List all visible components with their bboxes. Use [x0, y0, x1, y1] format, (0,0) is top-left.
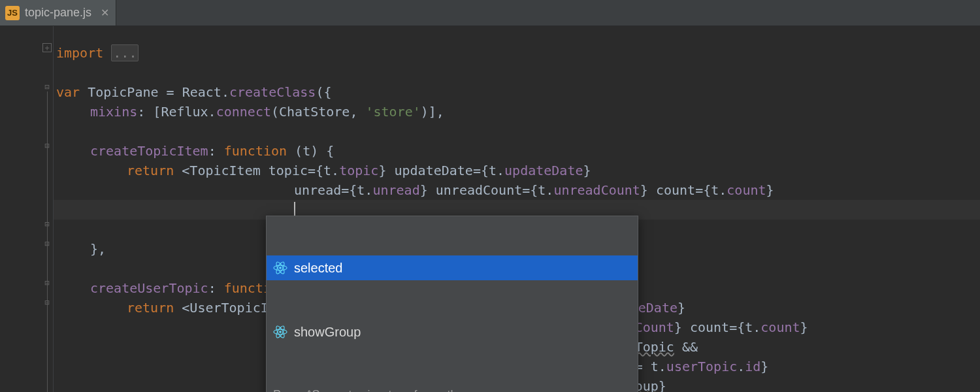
- autocomplete-hint: Press ^Space to view tags from other nam…: [267, 384, 638, 392]
- autocomplete-item-label: selected: [294, 258, 343, 278]
- file-tab-label: topic-pane.js: [25, 4, 91, 22]
- code-line[interactable]: import ...: [54, 43, 980, 63]
- fold-collapse-icon[interactable]: ⊟: [42, 141, 52, 150]
- react-icon: [273, 325, 287, 339]
- code-line[interactable]: mixins: [Reflux.connect(ChatStore, 'stor…: [54, 102, 980, 122]
- editor: + ⊟ ⊟ ⊟ ⊟ ⊟ ⊟ import ... var TopicPane =…: [0, 26, 980, 392]
- autocomplete-popup: selected showGroup Press ^Space to view …: [266, 216, 638, 392]
- folded-section-ellipsis[interactable]: ...: [111, 44, 139, 61]
- fold-collapse-icon[interactable]: ⊟: [42, 239, 52, 248]
- autocomplete-item-label: showGroup: [294, 322, 361, 342]
- fold-collapse-icon[interactable]: ⊟: [42, 278, 52, 287]
- react-icon: [273, 261, 287, 275]
- autocomplete-item[interactable]: showGroup: [267, 319, 638, 344]
- code-line[interactable]: unread={t.unread} unreadCount={t.unreadC…: [54, 180, 980, 200]
- fold-collapse-icon[interactable]: ⊟: [42, 298, 52, 307]
- fold-collapse-icon[interactable]: ⊟: [42, 220, 52, 229]
- code-line[interactable]: createTopicItem: function (t) {: [54, 141, 980, 161]
- fold-collapse-icon[interactable]: ⊟: [42, 82, 52, 91]
- autocomplete-item[interactable]: selected: [267, 255, 638, 280]
- file-tab[interactable]: JS topic-pane.js ✕: [0, 0, 116, 25]
- close-tab-icon[interactable]: ✕: [101, 5, 109, 21]
- code-line[interactable]: var TopicPane = React.createClass({: [54, 82, 980, 102]
- svg-point-3: [279, 267, 282, 269]
- code-line[interactable]: return <TopicItem topic={t.topic} update…: [54, 161, 980, 180]
- code-area[interactable]: import ... var TopicPane = React.createC…: [54, 26, 980, 392]
- editor-tab-bar: JS topic-pane.js ✕: [0, 0, 980, 26]
- js-file-icon: JS: [5, 6, 20, 20]
- gutter: + ⊟ ⊟ ⊟ ⊟ ⊟ ⊟: [0, 26, 54, 392]
- svg-point-7: [279, 331, 282, 333]
- fold-marker-icon[interactable]: +: [42, 43, 52, 52]
